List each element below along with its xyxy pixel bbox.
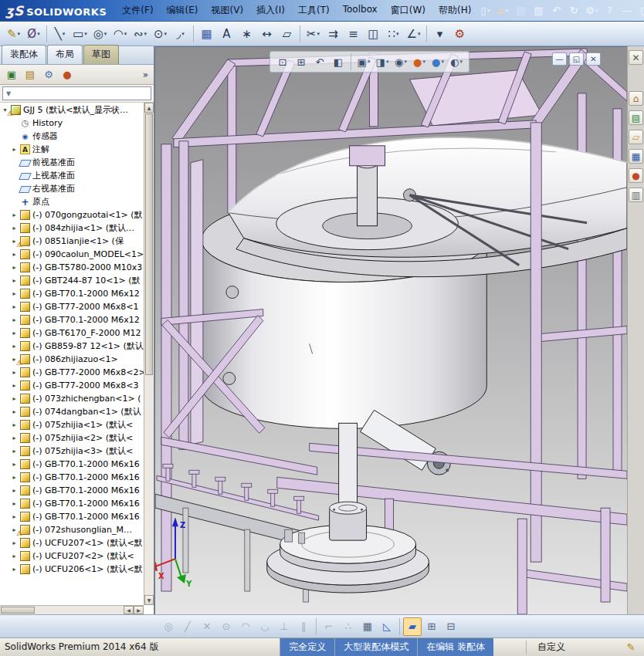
fillet-tool[interactable]: ◞ xyxy=(171,24,190,44)
dimension-tool[interactable]: ↔ xyxy=(257,24,276,44)
tree-item[interactable]: ▸ ⚠ (-) 075zhijia<3> (默认< xyxy=(0,445,144,458)
commandmanager-tab[interactable]: 布局 xyxy=(47,45,83,64)
section-view-button[interactable]: ◧ xyxy=(330,54,347,69)
grid-settings-button[interactable]: ▦ xyxy=(358,617,377,636)
tree-item[interactable]: ▾ ⚠ GJJ 5 (默认<默认_显示状… xyxy=(0,103,144,117)
solidworks-resources-tab[interactable]: ⌂ xyxy=(629,91,643,106)
view-palette-tab[interactable]: ▦ xyxy=(629,149,643,164)
snap-parallel-button[interactable]: ∥ xyxy=(294,617,313,636)
print-document-button[interactable]: ▥ xyxy=(530,3,546,19)
tree-item[interactable]: ▸ ⚠ (-) GB-T6170_F-2000 M12 xyxy=(0,326,144,340)
expand-arrow-icon[interactable]: ▸ xyxy=(11,251,18,258)
menu-item[interactable]: 文件(F) xyxy=(116,1,159,20)
toolbox-button[interactable]: ⚙ xyxy=(450,24,469,44)
expand-arrow-icon[interactable]: ▸ xyxy=(11,408,18,415)
snap-midpoints-button[interactable]: ⊙ xyxy=(217,617,236,636)
tree-item[interactable]: ⚠ 传感器 xyxy=(0,130,144,143)
expand-arrow-icon[interactable]: ▸ xyxy=(11,330,18,336)
ellipse-tool[interactable]: ⊙ xyxy=(151,24,170,44)
text-tool[interactable]: A xyxy=(217,24,236,44)
expand-arrow-icon[interactable]: ▸ xyxy=(11,277,18,284)
tree-item[interactable]: ▸ ⚠ (-) GB-T70.1-2000 M6x12 xyxy=(0,287,144,300)
snap-angle-button[interactable]: ◺ xyxy=(378,617,396,636)
3d-model-scene[interactable]: Z X Y xyxy=(155,47,627,614)
new-document-button[interactable]: ▯ xyxy=(477,3,493,19)
design-library-tab[interactable]: ▤ xyxy=(629,110,643,125)
snap-points-button[interactable]: ◎ xyxy=(159,617,178,636)
smart-dimension-tool[interactable]: Ø xyxy=(24,24,43,44)
expand-arrow-icon[interactable]: ▸ xyxy=(11,553,18,560)
expand-arrow-icon[interactable]: ▸ xyxy=(11,487,18,494)
snap-perpendicular-button[interactable]: ⊥ xyxy=(275,617,293,636)
expand-arrow-icon[interactable]: ▸ xyxy=(11,369,18,376)
custom-status-field[interactable]: 自定义 xyxy=(526,641,576,654)
expand-arrow-icon[interactable]: ▸ xyxy=(11,211,18,218)
view-settings-button[interactable]: ◐ xyxy=(448,54,465,69)
expand-arrow-icon[interactable]: ▸ xyxy=(11,382,18,389)
expand-arrow-icon[interactable]: ▸ xyxy=(11,539,18,546)
expand-arrow-icon[interactable]: ▸ xyxy=(11,395,18,402)
tree-item[interactable]: ▸ ⚠ (-) 084zhijia<1> (默认… xyxy=(0,221,144,235)
menu-item[interactable]: 窗口(W) xyxy=(385,1,432,20)
previous-view-button[interactable]: ↶ xyxy=(311,54,328,69)
tree-vertical-scrollbar[interactable]: ▲ ▼ xyxy=(144,103,154,605)
tree-item[interactable]: ⚠ 右视基准面 xyxy=(0,182,144,195)
minimize-window-button[interactable]: — xyxy=(619,3,635,19)
sketch-tool[interactable]: ✎ xyxy=(4,24,23,44)
tree-item[interactable]: ▸ ⚠ (-) 072shusonglian_M… xyxy=(0,523,144,536)
pattern-fill-tool[interactable]: ▦ xyxy=(197,24,216,44)
options-button[interactable]: ⚙ xyxy=(584,3,599,19)
convert-entities-tool[interactable]: ⇉ xyxy=(324,24,343,44)
expand-arrow-icon[interactable]: ▸ xyxy=(11,500,18,507)
expand-arrow-icon[interactable]: ▸ xyxy=(11,316,18,323)
menu-item[interactable]: 视图(V) xyxy=(205,1,250,20)
tree-item[interactable]: ⚠ 原点 xyxy=(0,195,144,208)
minimize-document-button[interactable]: — xyxy=(552,52,567,66)
displaymanager-tab[interactable]: ● xyxy=(59,67,75,83)
tree-item[interactable]: ▸ ⚠ (-) 075zhijia<2> (默认< xyxy=(0,431,144,445)
view-orientation-button[interactable]: ▣ xyxy=(355,54,372,69)
linear-sketch-pattern-tool[interactable]: ∷ xyxy=(384,24,403,44)
zoom-fit-button[interactable]: ⊡ xyxy=(274,54,291,69)
open-document-button[interactable]: ▱ xyxy=(495,3,510,19)
tree-item[interactable]: ▸ ⚠ (-) UCFU206<1> (默认<默 xyxy=(0,563,144,576)
close-task-pane-button[interactable]: ✕ xyxy=(629,50,643,65)
tree-item[interactable]: ▸ ⚠ (-) GB-T70.1-2000 M6x16 xyxy=(0,484,144,497)
tree-item[interactable]: ▸ ⚠ (-) 070gongzuotai<1> (默 xyxy=(0,208,144,221)
expand-arrow-icon[interactable]: ▸ xyxy=(11,290,18,297)
tree-item[interactable]: ▸ ⚠ (-) 074dangban<1> (默认 xyxy=(0,405,144,418)
zoom-area-button[interactable]: ⊞ xyxy=(293,54,310,69)
scroll-up-button[interactable]: ▲ xyxy=(144,103,154,113)
tree-item[interactable]: ▸ ⚠ (-) 075zhijia<1> (默认< xyxy=(0,418,144,431)
featuremanager-design-tree-tab[interactable]: ▣ xyxy=(4,67,19,83)
tree-item[interactable]: ▸ ⚠ (-) GB859-87 12<1> (默认 xyxy=(0,340,144,353)
scroll-left-button[interactable]: ◀ xyxy=(124,606,134,614)
menu-item[interactable]: 工具(T) xyxy=(292,1,336,20)
status-edit-icon[interactable]: ✎ xyxy=(621,641,641,653)
tree-item[interactable]: ▸ ⚠ (-) GB-T77-2000 M6x8<3 xyxy=(0,379,144,392)
tree-item[interactable]: ▸ ⚠ (-) 073zhichengban<1> ( xyxy=(0,392,144,405)
mirror-entities-tool[interactable]: ◫ xyxy=(364,24,383,44)
close-document-button[interactable]: ✕ xyxy=(586,52,601,66)
construction-geometry-tool[interactable]: ▱ xyxy=(277,24,297,44)
tree-item[interactable]: ▸ ⚠ (-) 0851ianjie<1> (保 xyxy=(0,235,144,248)
configurationmanager-tab[interactable]: ⚙ xyxy=(41,67,56,83)
snap-intersections-button[interactable]: ✕ xyxy=(198,617,216,636)
tree-item[interactable]: ▸ ⚠ (-) 090caolun_MODEL<1> xyxy=(0,248,144,261)
point-tool[interactable]: ∗ xyxy=(237,24,256,44)
expand-arrow-icon[interactable]: ▸ xyxy=(11,474,18,481)
trim-entities-tool[interactable]: ✂ xyxy=(303,24,323,44)
tree-item[interactable]: ▸ ⚠ (-) 086zhijiazuo<1> xyxy=(0,353,144,366)
display-style-button[interactable]: ◨ xyxy=(374,54,391,69)
tree-item[interactable]: ▸ ⚠ (-) GBT244-87 10<1> (默 xyxy=(0,274,144,287)
graphics-area[interactable]: Z X Y ⊡⊞↶◧▣◨◉●●◐ —◱✕ xyxy=(154,46,627,614)
apply-scene-button[interactable]: ● xyxy=(429,54,446,69)
offset-entities-tool[interactable]: ≡ xyxy=(344,24,363,44)
pane-split-button[interactable]: ⊟ xyxy=(442,617,460,636)
expand-arrow-icon[interactable]: ▸ xyxy=(11,461,18,468)
expand-panel-chevron[interactable]: » xyxy=(143,69,150,80)
snap-tangent-button[interactable]: ◡ xyxy=(256,617,274,636)
expand-arrow-icon[interactable]: ▸ xyxy=(11,421,18,428)
restore-document-button[interactable]: ◱ xyxy=(569,52,584,66)
scrollbar-thumb[interactable] xyxy=(145,113,153,375)
